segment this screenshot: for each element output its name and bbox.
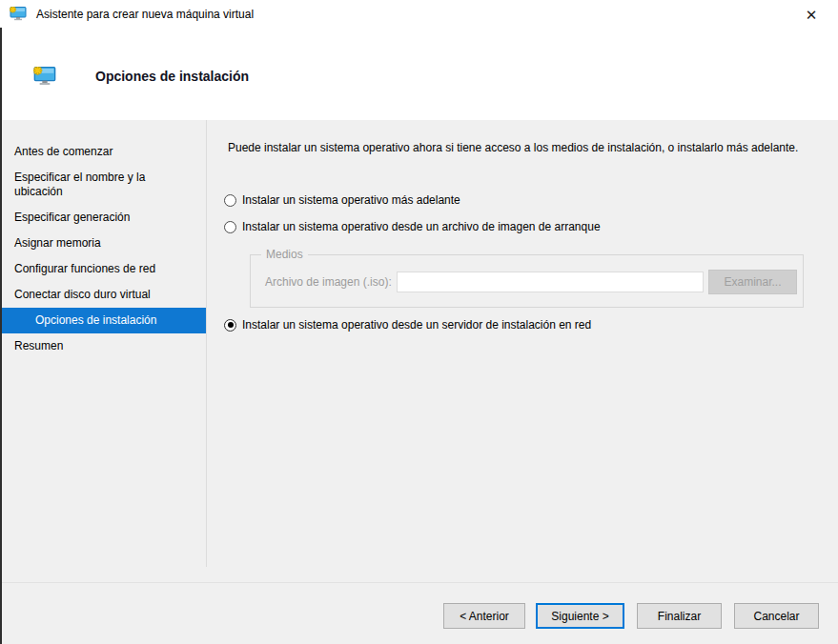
sidebar-item-antes-de-comenzar[interactable]: Antes de comenzar — [0, 139, 206, 165]
sidebar-item-resumen[interactable]: Resumen — [0, 333, 206, 359]
radio-button-icon — [224, 319, 236, 332]
groupbox-legend: Medios — [261, 248, 308, 262]
wizard-dialog: Asistente para crear nueva máquina virtu… — [0, 0, 838, 644]
vm-monitor-icon — [33, 67, 56, 86]
sidebar-item-label: Asignar memoria — [14, 236, 101, 251]
sidebar-divider — [206, 120, 207, 567]
sidebar-item-label: Antes de comenzar — [14, 145, 112, 159]
radio-label: Instalar un sistema operativo más adelan… — [242, 193, 460, 207]
sidebar-item-label: Especificar generación — [14, 211, 130, 225]
sidebar-item-nombre-ubicacion[interactable]: Especificar el nombre y la ubicación — [0, 165, 206, 205]
page-title: Opciones de instalación — [95, 69, 249, 84]
sidebar-item-memoria[interactable]: Asignar memoria — [0, 231, 206, 256]
radio-install-from-network[interactable]: Instalar un sistema operativo desde un s… — [224, 318, 591, 332]
iso-path-input — [397, 272, 704, 292]
sidebar-item-label: Conectar disco duro virtual — [14, 288, 151, 302]
cancelar-button[interactable]: Cancelar — [734, 603, 819, 629]
sidebar-item-label: Especificar el nombre y la ubicación — [14, 171, 174, 199]
close-button[interactable]: ✕ — [792, 4, 830, 27]
iso-file-label: Archivo de imagen (.iso): — [265, 275, 397, 289]
close-icon: ✕ — [806, 7, 818, 23]
intro-text: Puede instalar un sistema operativo ahor… — [228, 140, 813, 155]
siguiente-button[interactable]: Siguiente > — [536, 603, 624, 629]
content-area: Antes de comenzar Especificar el nombre … — [0, 120, 838, 582]
sidebar: Antes de comenzar Especificar el nombre … — [0, 120, 206, 582]
footer-bar: < Anterior Siguiente > Finalizar Cancela… — [0, 582, 838, 644]
radio-label: Instalar un sistema operativo desde un a… — [242, 220, 601, 233]
radio-label: Instalar un sistema operativo desde un s… — [242, 318, 591, 332]
window-title: Asistente para crear nueva máquina virtu… — [36, 8, 254, 21]
media-groupbox: Medios Archivo de imagen (.iso): Examina… — [250, 254, 804, 308]
sidebar-item-opciones-instalacion[interactable]: Opciones de instalación — [0, 308, 206, 333]
titlebar: Asistente para crear nueva máquina virtu… — [0, 0, 838, 29]
anterior-button[interactable]: < Anterior — [443, 603, 525, 629]
sidebar-item-label: Configurar funciones de red — [14, 262, 155, 276]
radio-install-from-iso[interactable]: Instalar un sistema operativo desde un a… — [224, 220, 601, 233]
vm-monitor-icon — [10, 7, 27, 21]
browse-button: Examinar... — [708, 270, 797, 294]
sidebar-item-label: Opciones de instalación — [35, 313, 156, 328]
sidebar-item-disco-duro[interactable]: Conectar disco duro virtual — [0, 282, 206, 308]
radio-button-icon — [224, 194, 236, 207]
sidebar-item-funciones-red[interactable]: Configurar funciones de red — [0, 256, 206, 282]
radio-install-later[interactable]: Instalar un sistema operativo más adelan… — [224, 193, 460, 207]
radio-button-icon — [224, 221, 236, 233]
sidebar-item-label: Resumen — [14, 339, 63, 353]
wizard-header: Opciones de instalación — [0, 29, 838, 120]
sidebar-item-generacion[interactable]: Especificar generación — [0, 205, 206, 231]
iso-file-row: Archivo de imagen (.iso): Examinar... — [265, 270, 797, 294]
finalizar-button[interactable]: Finalizar — [637, 603, 722, 629]
background-window-edge — [0, 28, 2, 644]
